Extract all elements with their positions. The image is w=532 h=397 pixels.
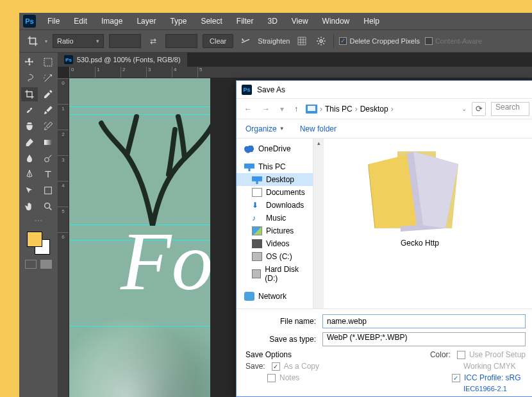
- menu-file[interactable]: File: [41, 14, 66, 28]
- gradient-tool[interactable]: [40, 135, 56, 149]
- save-type-select[interactable]: WebP (*.WEBP;*.WBP): [322, 332, 526, 346]
- dialog-titlebar: Ps Save As: [237, 81, 532, 99]
- file-fields: File name: Save as type: WebP (*.WEBP;*.…: [237, 308, 532, 348]
- menu-select[interactable]: Select: [194, 14, 228, 28]
- document-tab-label: 530.psd @ 100% (Fonts, RGB/8): [77, 56, 181, 63]
- tree-pictures[interactable]: Pictures: [237, 224, 313, 237]
- svg-rect-1: [44, 58, 52, 66]
- menu-3d[interactable]: 3D: [261, 14, 283, 28]
- eraser-tool[interactable]: [21, 135, 38, 149]
- zoom-tool[interactable]: [40, 199, 56, 214]
- dodge-tool[interactable]: [40, 151, 56, 165]
- as-a-copy-option: Save: As a Copy: [245, 362, 319, 371]
- delete-cropped-checkbox[interactable]: [339, 37, 347, 45]
- save-as-dialog: Ps Save As ← → ▾ ↑ › This PC › Desktop ›…: [236, 80, 532, 397]
- quickmask-mode-icon[interactable]: [40, 260, 52, 269]
- icc-profile-option[interactable]: ICC Profile: sRG: [452, 373, 526, 382]
- straighten-label[interactable]: Straighten: [258, 37, 290, 45]
- clear-button[interactable]: Clear: [203, 34, 233, 48]
- menu-view[interactable]: View: [285, 14, 315, 28]
- nav-recent-icon[interactable]: ▾: [278, 105, 287, 114]
- new-folder-button[interactable]: New folder: [300, 124, 337, 133]
- gear-icon[interactable]: [314, 34, 328, 48]
- breadcrumb-item[interactable]: This PC: [325, 105, 353, 114]
- grid-overlay-icon[interactable]: [295, 34, 309, 48]
- save-sublabel: Save:: [245, 362, 265, 371]
- tree-music[interactable]: ♪Music: [237, 212, 313, 224]
- straighten-icon[interactable]: [238, 34, 253, 48]
- dialog-app-icon: Ps: [242, 85, 252, 95]
- document-icon: Ps: [64, 55, 73, 64]
- search-input[interactable]: Search: [491, 102, 529, 116]
- heal-tool[interactable]: [21, 103, 38, 117]
- tree-network[interactable]: Network: [237, 290, 313, 303]
- marquee-tool[interactable]: [40, 55, 56, 69]
- tree-hard-disk-d[interactable]: Hard Disk (D:): [237, 263, 313, 285]
- lasso-tool[interactable]: [21, 71, 38, 85]
- tool-panel: ⋯: [19, 53, 58, 397]
- dialog-toolbar: Organize ▼ New folder: [237, 119, 532, 139]
- shape-tool[interactable]: [40, 183, 56, 198]
- fg-color[interactable]: [27, 232, 42, 247]
- dialog-nav-bar: ← → ▾ ↑ › This PC › Desktop › ⌄ ⟳ Search: [237, 99, 532, 119]
- tree-scrollbar[interactable]: ▴: [313, 139, 324, 308]
- content-aware-label: Content-Aware: [435, 37, 482, 45]
- color-swatch[interactable]: [26, 230, 51, 256]
- music-icon: ♪: [252, 214, 262, 223]
- path-tool[interactable]: [21, 183, 38, 198]
- use-proof-option: Color: Use Proof Setup: [430, 350, 526, 359]
- menu-edit[interactable]: Edit: [67, 14, 94, 28]
- network-icon: [244, 292, 254, 301]
- tree-downloads[interactable]: ⬇Downloads: [237, 199, 313, 212]
- menu-filter[interactable]: Filter: [230, 14, 260, 28]
- tree-onedrive[interactable]: OneDrive: [237, 142, 313, 155]
- nav-back-icon[interactable]: ←: [242, 105, 254, 114]
- eyedropper-tool[interactable]: [40, 87, 56, 101]
- folder-item[interactable]: Gecko Http: [362, 145, 478, 248]
- folder-content[interactable]: Gecko Http: [324, 139, 532, 308]
- crop-width-input[interactable]: [109, 34, 141, 48]
- hand-tool[interactable]: [21, 199, 38, 214]
- brush-tool[interactable]: [40, 103, 56, 117]
- nav-forward-icon[interactable]: →: [260, 105, 272, 114]
- ruler-vertical: 0123456: [58, 78, 69, 397]
- menu-layer[interactable]: Layer: [130, 14, 162, 28]
- menu-help[interactable]: Help: [357, 14, 386, 28]
- tree-videos[interactable]: Videos: [237, 237, 313, 250]
- save-options-header: Save Options: [245, 350, 319, 359]
- type-tool[interactable]: [40, 167, 56, 182]
- swap-icon[interactable]: ⇄: [146, 34, 160, 48]
- photoshop-logo: Ps: [23, 15, 36, 28]
- crop-tool-icon[interactable]: [26, 34, 40, 48]
- icc-profile-checkbox[interactable]: [452, 374, 460, 382]
- crop-height-input[interactable]: [165, 34, 197, 48]
- tree-this-pc[interactable]: This PC: [237, 160, 313, 173]
- icc-profile-label: ICC Profile: sRG: [464, 373, 521, 382]
- menu-image[interactable]: Image: [95, 14, 129, 28]
- breadcrumb-item[interactable]: Desktop: [360, 105, 388, 114]
- disk-icon: [252, 252, 262, 261]
- menu-window[interactable]: Window: [316, 14, 356, 28]
- menu-type[interactable]: Type: [163, 14, 193, 28]
- ratio-select[interactable]: Ratio: [53, 34, 104, 48]
- delete-cropped-option[interactable]: Delete Cropped Pixels: [339, 37, 419, 45]
- blur-tool[interactable]: [21, 151, 38, 165]
- standard-mode-icon[interactable]: [25, 260, 37, 269]
- pen-tool[interactable]: [21, 167, 38, 182]
- document-canvas[interactable]: Fo: [69, 78, 210, 397]
- document-tab[interactable]: Ps 530.psd @ 100% (Fonts, RGB/8): [58, 53, 187, 67]
- wand-tool[interactable]: [40, 71, 56, 85]
- tree-os-c[interactable]: OS (C:): [237, 250, 313, 263]
- clone-tool[interactable]: [21, 119, 38, 133]
- tree-desktop[interactable]: Desktop: [237, 173, 313, 186]
- organize-button[interactable]: Organize ▼: [245, 124, 285, 133]
- tree-documents[interactable]: Documents: [237, 186, 313, 199]
- refresh-button[interactable]: ⟳: [472, 102, 486, 116]
- nav-up-icon[interactable]: ↑: [292, 105, 301, 114]
- file-name-input[interactable]: [322, 314, 526, 328]
- breadcrumb[interactable]: › This PC › Desktop ›: [306, 105, 394, 114]
- pictures-icon: [252, 226, 262, 235]
- crop-tool[interactable]: [21, 87, 38, 101]
- move-tool[interactable]: [21, 55, 38, 69]
- history-brush-tool[interactable]: [40, 119, 56, 133]
